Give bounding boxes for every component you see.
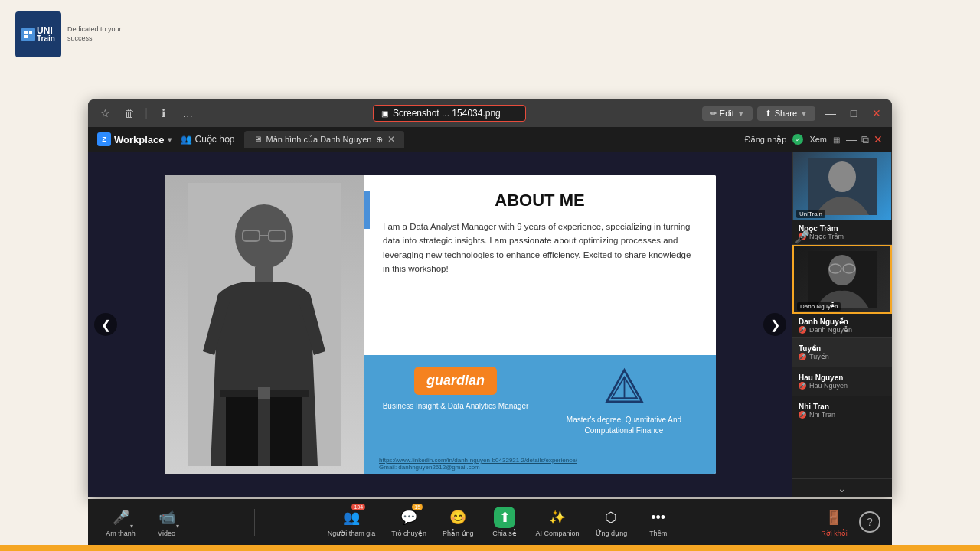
browser-actions: ✏ Edit ▼ ⬆ Share ▼ — □ ✕ xyxy=(702,106,884,121)
address-bar-area: ▣ Screenshot ... 154034.png xyxy=(203,105,696,122)
participant-5-mic-icon: 🎤 xyxy=(799,411,806,419)
participant-3-mic-icon: 🎤 xyxy=(799,353,806,360)
video-label: Video xyxy=(158,530,175,537)
slide-top-section: ABOUT ME I am a Data Analyst Manager wit… xyxy=(364,175,716,355)
participant-1-video-label: UniTrain xyxy=(796,210,825,218)
share-screen-button[interactable]: ⬆ Chia sẻ xyxy=(484,504,526,540)
participants-scroll-down[interactable]: ⌄ xyxy=(792,478,892,497)
zoom-window-controls: — ⧉ ✕ xyxy=(846,133,883,146)
participants-button[interactable]: 👥 134 Người tham gia xyxy=(322,504,382,540)
zoom-login-button[interactable]: Đăng nhập xyxy=(745,135,787,145)
share-button[interactable]: ⬆ Share ▼ xyxy=(757,106,815,121)
participant-info-3: Tuyền 🎤 Tuyền xyxy=(792,338,892,367)
zoom-meeting-label: Cuộc họp xyxy=(195,134,235,145)
help-button[interactable]: ? xyxy=(859,511,880,533)
browser-chrome: ☆ 🗑 | ℹ … ▣ Screenshot ... 154034.png ✏ … xyxy=(88,99,892,127)
slide-bottom-section: guardian Business Insight & Data Analyti… xyxy=(364,355,716,448)
close-button[interactable]: ✕ xyxy=(869,106,884,121)
zoom-toolbar: Z Workplace ▾ 👥 Cuộc họp 🖥 Màn hình của … xyxy=(88,127,892,152)
svg-rect-10 xyxy=(258,387,270,399)
slide-photo-area xyxy=(165,175,364,474)
ai-companion-button[interactable]: ✨ AI Companion xyxy=(530,504,586,540)
participant-info-4: Hau Nguyen 🎤 Hau Nguyen xyxy=(792,367,892,396)
zoom-logo: Z xyxy=(97,132,111,146)
chat-button[interactable]: 💬 15 Trò chuyện xyxy=(385,504,433,540)
svg-point-19 xyxy=(828,255,856,285)
logo-tagline: Dedicated to your success xyxy=(67,25,129,43)
guardian-logo: guardian xyxy=(414,367,497,395)
apps-icon: ⬡ xyxy=(600,507,622,528)
edit-button[interactable]: ✏ Edit ▼ xyxy=(702,106,753,121)
participant-info-5: Nhi Tran 🎤 Nhi Tran xyxy=(792,396,892,425)
participants-panel: UniTrain Ngọc Trâm 🎤 Ngọc Trâm xyxy=(792,152,892,497)
chat-count-badge: 15 xyxy=(412,504,423,510)
delete-icon[interactable]: 🗑 xyxy=(120,104,139,122)
edu-degree-label: Master's degree, Quantitative And Comput… xyxy=(547,415,701,436)
zoom-close-icon[interactable]: ✕ xyxy=(874,133,883,146)
address-bar[interactable]: ▣ Screenshot ... 154034.png xyxy=(373,105,526,122)
participant-5-status-text: Nhi Tran xyxy=(809,411,835,419)
chat-label: Trò chuyện xyxy=(391,530,426,537)
zoom-brand-name: Workplace xyxy=(114,134,165,145)
svg-point-17 xyxy=(828,161,856,192)
ai-companion-label: AI Companion xyxy=(536,530,580,537)
participants-label: Người tham gia xyxy=(328,530,376,537)
participant-4-status-text: Hau Nguyen xyxy=(809,382,848,390)
apps-button[interactable]: ⬡ Ứng dụng xyxy=(590,504,634,540)
info-icon[interactable]: ℹ xyxy=(154,104,172,122)
slide-content-area: ABOUT ME I am a Data Analyst Manager wit… xyxy=(364,175,716,474)
more-button[interactable]: ••• Thêm xyxy=(637,504,679,540)
bottom-toolbar: 🎤 ▾ Âm thanh 📹 ▾ Video 👥 134 Người tham … xyxy=(88,499,892,545)
zoom-main-content: ❮ xyxy=(88,152,892,497)
bookmark-icon[interactable]: ☆ xyxy=(96,104,114,122)
zoom-brand[interactable]: Z Workplace ▾ xyxy=(97,132,172,146)
browser-window: ☆ 🗑 | ℹ … ▣ Screenshot ... 154034.png ✏ … xyxy=(88,99,892,497)
maximize-button[interactable]: □ xyxy=(846,106,861,121)
svg-rect-11 xyxy=(226,397,258,466)
leave-button[interactable]: 🚪 Rời khỏi xyxy=(813,504,855,540)
participant-1-status: 🎤 Ngọc Trâm xyxy=(799,233,886,240)
zoom-chevron-icon: ▾ xyxy=(168,135,172,144)
toolbar-divider-2 xyxy=(746,509,746,536)
toolbar-divider-1 xyxy=(254,509,255,536)
participant-info-2: Danh Nguyễn 🎤 Danh Nguyễn xyxy=(792,314,892,338)
zoom-minimize-icon[interactable]: — xyxy=(846,133,857,146)
next-slide-button[interactable]: ❯ xyxy=(763,313,786,336)
zoom-tab-close-icon[interactable]: ✕ xyxy=(387,134,395,145)
participant-2-video-label: Danh Nguyễn xyxy=(797,302,841,311)
participant-5-status: 🎤 Nhi Tran xyxy=(799,411,886,419)
person-image xyxy=(165,175,364,474)
reactions-button[interactable]: 😊 Phản ứng xyxy=(436,504,480,540)
linkedin-link[interactable]: https://www.linkedin.com/in/danh-nguyen-… xyxy=(379,457,701,464)
zoom-status-indicator: ✓ xyxy=(792,134,803,145)
audio-button[interactable]: 🎤 ▾ Âm thanh xyxy=(100,504,142,540)
zoom-view-button[interactable]: Xem xyxy=(809,135,827,144)
participant-3-status-text: Tuyền xyxy=(809,353,829,360)
video-button[interactable]: 📹 ▾ Video xyxy=(145,504,188,540)
minimize-button[interactable]: — xyxy=(823,106,838,121)
logo-area: UNI Train Dedicated to your success xyxy=(15,11,129,57)
slide-area: ❮ xyxy=(88,152,792,497)
toolbar-center-group: 👥 134 Người tham gia 💬 15 Trò chuyện 😊 P… xyxy=(322,504,679,540)
institute-logo xyxy=(603,367,645,409)
zoom-right-controls: Đăng nhập ✓ Xem ▦ — ⧉ ✕ xyxy=(745,133,883,146)
reactions-label: Phản ứng xyxy=(443,530,474,537)
prev-slide-button[interactable]: ❮ xyxy=(94,313,117,336)
zoom-restore-icon[interactable]: ⧉ xyxy=(861,133,869,146)
company-section: guardian Business Insight & Data Analyti… xyxy=(379,367,532,412)
email-text: Gmail: danhnguyen2612@gmail.com xyxy=(379,464,701,471)
leave-icon: 🚪 xyxy=(823,507,844,528)
more-icon[interactable]: … xyxy=(178,104,197,122)
zoom-screen-tab[interactable]: 🖥 Màn hình của Danh Nguyen ⊕ ✕ xyxy=(244,131,405,148)
svg-rect-2 xyxy=(24,35,28,38)
participant-info-1: Ngọc Trâm 🎤 Ngọc Trâm xyxy=(792,220,892,245)
participants-icon: 👥 134 xyxy=(341,507,362,528)
zoom-meeting-nav[interactable]: 👥 Cuộc họp xyxy=(181,134,235,145)
participant-5-name: Nhi Tran xyxy=(799,403,886,411)
reactions-icon: 😊 xyxy=(447,507,469,528)
audio-icon: 🎤 ▾ xyxy=(110,507,132,528)
participant-video-1: UniTrain xyxy=(792,152,892,220)
svg-rect-12 xyxy=(270,397,302,466)
video-icon: 📹 ▾ xyxy=(156,507,178,528)
logo-image: UNI Train xyxy=(15,11,61,57)
